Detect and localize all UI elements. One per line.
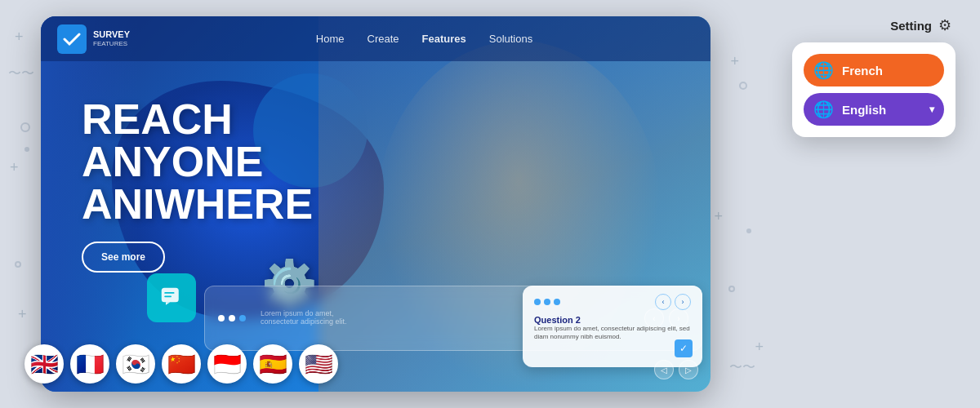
question-label: Question 2 xyxy=(534,315,691,325)
dot-3 xyxy=(239,315,246,322)
decor-plus-2: + xyxy=(10,159,19,176)
decor-circle-1 xyxy=(20,122,30,132)
svg-rect-3 xyxy=(164,295,172,297)
decor-plus-6: + xyxy=(755,339,764,356)
q-arrows: ‹ › xyxy=(655,294,691,310)
decor-plus-4: + xyxy=(730,53,739,70)
card-prev-arrow[interactable]: ◁ xyxy=(654,360,674,379)
dot-2 xyxy=(229,315,235,322)
card-nav-arrows: ◁ ▷ xyxy=(654,360,698,379)
q-dot-2 xyxy=(544,299,550,305)
logo-icon xyxy=(57,24,87,54)
q-dot-3 xyxy=(554,299,560,305)
flag-es[interactable]: 🇪🇸 xyxy=(253,344,292,384)
chevron-down-icon: ▾ xyxy=(929,104,934,115)
flag-id[interactable]: 🇮🇩 xyxy=(207,344,247,384)
main-wrapper: + + + + + + 〜〜 〜〜 xyxy=(0,0,980,408)
question-check: ✓ xyxy=(675,339,693,357)
decor-wave-2: 〜〜 xyxy=(8,65,34,82)
svg-rect-1 xyxy=(162,288,179,303)
flag-row: 🇬🇧 🇫🇷 🇰🇷 🇨🇳 🇮🇩 🇪🇸 🇺🇸 xyxy=(24,344,338,384)
flag-fr[interactable]: 🇫🇷 xyxy=(70,344,109,384)
svg-rect-2 xyxy=(164,292,174,294)
english-globe-icon: 🌐 xyxy=(813,100,834,119)
flag-uk[interactable]: 🇬🇧 xyxy=(24,344,64,384)
flag-cn[interactable]: 🇨🇳 xyxy=(162,344,201,384)
hero-text: REACH ANYONE ANIWHERE See more xyxy=(82,98,313,273)
nav-features[interactable]: Features xyxy=(422,33,466,45)
dot-1 xyxy=(218,315,225,322)
settings-label: Setting xyxy=(890,19,932,33)
card-next-arrow[interactable]: ▷ xyxy=(679,360,698,379)
question-text: Lorem ipsum do amet, consectetur adipisc… xyxy=(534,325,691,342)
decor-circle-3 xyxy=(739,82,747,90)
french-globe-icon: 🌐 xyxy=(813,60,834,80)
settings-panel: Setting ⚙ 🌐 French 🌐 English ▾ xyxy=(792,16,956,137)
nav-home[interactable]: Home xyxy=(316,33,345,45)
decor-dot-1 xyxy=(24,147,29,152)
nav-create[interactable]: Create xyxy=(368,33,399,45)
question-card: ‹ › Question 2 Lorem ipsum do amet, cons… xyxy=(523,286,702,367)
question-card-header: ‹ › xyxy=(534,294,691,310)
logo-area: SURVEY FEATURES xyxy=(57,24,130,54)
main-card: SURVEY FEATURES Home Create Features Sol… xyxy=(41,16,710,392)
q-next-arrow[interactable]: › xyxy=(675,294,691,310)
see-more-button[interactable]: See more xyxy=(82,242,165,273)
language-card: 🌐 French 🌐 English ▾ xyxy=(792,42,956,137)
logo-text: SURVEY FEATURES xyxy=(93,29,130,48)
decor-plus-5: + xyxy=(714,208,723,225)
q-dots xyxy=(534,299,560,305)
nav-links: Home Create Features Solutions xyxy=(154,33,694,45)
settings-gear-icon[interactable]: ⚙ xyxy=(938,16,951,34)
chat-bubble xyxy=(147,273,196,322)
q-prev-arrow[interactable]: ‹ xyxy=(655,294,671,310)
hero-heading: REACH ANYONE ANIWHERE xyxy=(82,98,313,225)
french-label: French xyxy=(842,64,883,78)
decor-circle-2 xyxy=(15,261,21,268)
decor-dot-2 xyxy=(746,228,751,233)
lang-french-item[interactable]: 🌐 French xyxy=(804,54,944,86)
settings-header: Setting ⚙ xyxy=(792,16,956,34)
decor-plus-3: + xyxy=(18,306,27,323)
nav-solutions[interactable]: Solutions xyxy=(489,33,532,45)
survey-dots xyxy=(218,315,246,322)
decor-wave-1: 〜〜 xyxy=(729,359,755,376)
english-label: English xyxy=(842,103,886,117)
decor-plus-1: + xyxy=(15,29,24,46)
navbar: SURVEY FEATURES Home Create Features Sol… xyxy=(41,16,710,61)
q-dot-1 xyxy=(534,299,541,305)
flag-us[interactable]: 🇺🇸 xyxy=(299,344,338,384)
lang-english-item[interactable]: 🌐 English ▾ xyxy=(804,93,944,126)
flag-kr[interactable]: 🇰🇷 xyxy=(116,344,155,384)
decor-circle-4 xyxy=(728,286,735,292)
